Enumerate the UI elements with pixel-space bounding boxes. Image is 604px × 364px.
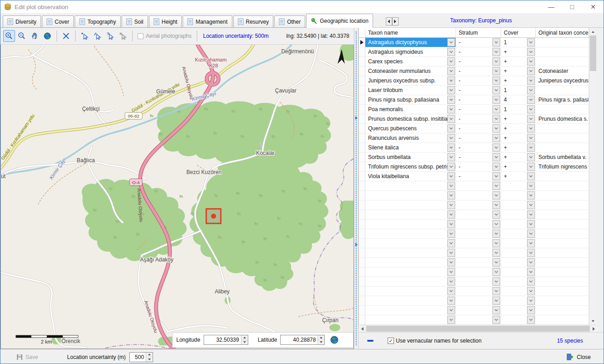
dropdown-button[interactable] (492, 134, 500, 142)
table-cell-stratum[interactable] (456, 277, 501, 286)
dropdown-button[interactable] (492, 38, 500, 46)
panel-splitter[interactable] (354, 28, 358, 349)
table-cell-orig[interactable] (536, 133, 589, 143)
no-select-tool-button[interactable] (117, 30, 129, 42)
table-cell-taxon[interactable]: Viola kitaibeliana (365, 172, 456, 181)
table-cell-stratum[interactable]: - (456, 114, 501, 123)
scroll-right-button[interactable] (590, 325, 598, 332)
table-cell-orig[interactable] (536, 306, 589, 315)
tab-height[interactable]: Height (149, 15, 182, 27)
row-selector[interactable] (359, 67, 365, 76)
table-cell-cover[interactable]: + (501, 67, 536, 76)
table-cell-cover[interactable]: + (501, 172, 536, 181)
dropdown-button[interactable] (447, 220, 455, 228)
row-selector[interactable] (359, 200, 365, 210)
dropdown-button[interactable] (447, 57, 455, 66)
table-row[interactable] (359, 239, 589, 248)
dropdown-button[interactable] (447, 96, 455, 104)
dropdown-button[interactable] (492, 77, 500, 85)
table-cell-orig[interactable] (536, 86, 589, 95)
tab-management[interactable]: Management (183, 15, 232, 27)
table-cell-taxon[interactable] (365, 267, 456, 277)
table-cell-cover[interactable] (501, 191, 536, 200)
table-cell-cover[interactable] (501, 315, 536, 324)
row-selector[interactable] (359, 267, 365, 277)
dropdown-button[interactable] (492, 96, 500, 104)
table-cell-orig[interactable] (536, 296, 589, 305)
dropdown-button[interactable] (527, 124, 535, 133)
minimize-button[interactable]: — (541, 0, 562, 13)
spin-down-button[interactable] (318, 340, 324, 345)
row-selector[interactable] (359, 105, 365, 114)
spin-up-button[interactable] (318, 335, 324, 340)
table-cell-cover[interactable] (501, 267, 536, 277)
table-cell-stratum[interactable]: - (456, 133, 501, 143)
dropdown-button[interactable] (492, 210, 500, 219)
column-header-taxon[interactable]: Taxon name (365, 28, 456, 37)
table-cell-orig[interactable] (536, 315, 589, 324)
dropdown-button[interactable] (447, 77, 455, 85)
scroll-down-button[interactable] (589, 317, 597, 325)
table-cell-cover[interactable] (501, 248, 536, 257)
table-cell-taxon[interactable] (365, 258, 456, 267)
table-row[interactable] (359, 181, 589, 191)
dropdown-button[interactable] (527, 144, 535, 152)
table-row[interactable] (359, 277, 589, 287)
table-cell-stratum[interactable]: - (456, 172, 501, 181)
table-cell-stratum[interactable] (456, 258, 501, 267)
row-selector[interactable] (359, 287, 365, 296)
latitude-spinner[interactable]: 40.28878 (280, 335, 325, 345)
table-cell-orig[interactable]: Sorbus umbellata v. (536, 153, 589, 162)
table-cell-taxon[interactable] (365, 191, 456, 200)
table-cell-taxon[interactable] (365, 277, 456, 286)
dropdown-button[interactable] (527, 182, 535, 190)
row-selector[interactable] (359, 277, 365, 286)
row-selector[interactable] (359, 95, 365, 104)
table-cell-orig[interactable] (536, 57, 589, 66)
dropdown-button[interactable] (492, 144, 500, 152)
dropdown-button[interactable] (492, 297, 500, 305)
row-selector[interactable] (359, 38, 365, 47)
table-row[interactable]: Prunus domestica subsp. insititia-+Prunu… (359, 114, 589, 124)
dropdown-button[interactable] (527, 172, 535, 180)
table-cell-cover[interactable]: 1 (501, 105, 536, 114)
table-cell-taxon[interactable]: Carex species (365, 57, 456, 66)
tab-scroll-left-button[interactable] (386, 17, 392, 26)
table-cell-orig[interactable]: Juniperus oxycedrus s. (536, 76, 589, 85)
table-cell-orig[interactable] (536, 124, 589, 133)
dropdown-button[interactable] (527, 48, 535, 56)
table-cell-cover[interactable] (501, 200, 536, 210)
table-cell-taxon[interactable] (365, 315, 456, 324)
column-header-original[interactable]: Original taxon concept (536, 28, 589, 37)
table-row[interactable]: Silene italica-+ (359, 143, 589, 153)
table-cell-taxon[interactable]: Ranunculus arvensis (365, 133, 456, 143)
table-cell-orig[interactable] (536, 229, 589, 238)
table-cell-stratum[interactable]: - (456, 162, 501, 171)
table-cell-taxon[interactable] (365, 287, 456, 296)
dropdown-button[interactable] (527, 210, 535, 219)
table-cell-orig[interactable]: Pinus nigra s. pallasiana (536, 95, 589, 104)
row-selector[interactable] (359, 76, 365, 85)
table-cell-stratum[interactable] (456, 315, 501, 324)
table-cell-taxon[interactable] (365, 229, 456, 238)
table-row[interactable]: Poa nemoralis-1 (359, 105, 589, 114)
table-cell-orig[interactable]: Cotoneaster (536, 67, 589, 76)
tab-cover[interactable]: Cover (42, 15, 74, 27)
vernacular-checkbox[interactable]: ✓ (388, 338, 394, 344)
table-cell-cover[interactable] (501, 229, 536, 238)
vertical-scroll-track[interactable] (589, 71, 597, 317)
table-cell-taxon[interactable]: Poa nemoralis (365, 105, 456, 114)
table-cell-orig[interactable] (536, 38, 589, 47)
row-selector[interactable] (359, 258, 365, 267)
dropdown-button[interactable] (447, 86, 455, 94)
delete-vertex-tool-button[interactable] (60, 30, 72, 42)
dropdown-button[interactable] (492, 277, 500, 286)
zoom-out-tool-button[interactable] (16, 30, 28, 42)
longitude-value[interactable]: 32.50339 (204, 335, 241, 344)
table-cell-stratum[interactable] (456, 220, 501, 229)
table-cell-orig[interactable] (536, 191, 589, 200)
table-cell-cover[interactable]: + (501, 162, 536, 171)
go-to-coordinates-button[interactable] (330, 335, 339, 344)
tab-soil[interactable]: Soil (122, 15, 148, 27)
table-cell-taxon[interactable]: Silene italica (365, 143, 456, 152)
